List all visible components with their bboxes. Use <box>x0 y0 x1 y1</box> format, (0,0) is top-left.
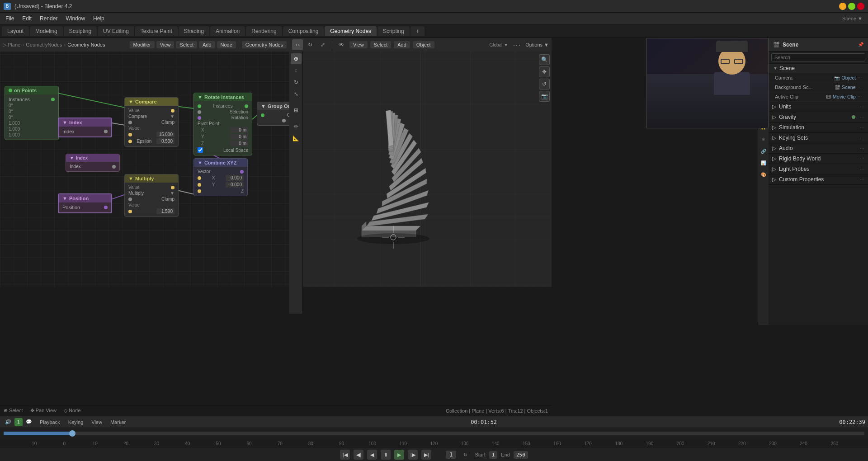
prop-camera[interactable]: Camera 📷 Object ⋯ <box>769 73 868 83</box>
reverse-play-btn[interactable]: ◀ <box>367 450 377 460</box>
scene-selector[interactable]: Scene ▼ <box>842 16 863 21</box>
tl-sync-btn[interactable]: 1 <box>14 418 23 426</box>
tl-view[interactable]: View <box>89 419 105 425</box>
toolbar-modifier[interactable]: Modifier <box>130 41 155 48</box>
pi-constraints[interactable]: 🔗 <box>758 146 769 156</box>
index-index-node[interactable]: ▼ Index Index <box>66 154 120 172</box>
toolbar-add[interactable]: Add <box>199 41 215 48</box>
play-btn[interactable]: ▶ <box>394 450 404 460</box>
vp-icon-rotate[interactable]: ↻ <box>305 39 316 50</box>
section-simulation[interactable]: ▷ Simulation ⋯ <box>769 122 868 133</box>
menu-render[interactable]: Render <box>36 14 61 23</box>
tab-compositing[interactable]: Compositing <box>283 26 324 36</box>
vp-camera[interactable]: 📷 <box>539 91 550 102</box>
camera-dots[interactable]: ⋯ <box>858 75 862 80</box>
breadcrumb-geo[interactable]: GeometryNodes <box>26 42 62 47</box>
light-probes-dots[interactable]: ⋯ <box>860 167 864 172</box>
section-light-probes[interactable]: ▷ Light Probes ⋯ <box>769 164 868 174</box>
ltb-annotate[interactable]: ✏ <box>291 121 302 132</box>
scrubber-section[interactable] <box>0 428 868 439</box>
ltb-cursor[interactable]: ⊕ <box>291 53 302 64</box>
clip-dots[interactable]: ⋯ <box>858 94 862 99</box>
rigid-dots[interactable]: ⋯ <box>860 156 864 161</box>
start-frame[interactable]: 1 <box>489 451 498 459</box>
value-num[interactable]: 15.000 <box>156 132 175 137</box>
vp-view-btn[interactable]: View <box>349 41 368 48</box>
pivot-x-val[interactable]: 0 m <box>230 127 248 133</box>
vp-object-btn[interactable]: Object <box>413 41 434 48</box>
frame-counter[interactable]: 1 <box>446 451 456 459</box>
section-gravity[interactable]: ▷ Gravity ⋯ <box>769 112 868 122</box>
vp-zoom-in[interactable]: 🔍 <box>539 54 550 65</box>
end-frame[interactable]: 250 <box>514 451 528 459</box>
vp-pan[interactable]: ✥ <box>539 66 550 77</box>
tl-marker[interactable]: Marker <box>108 419 128 425</box>
menu-help[interactable]: Help <box>90 14 108 23</box>
vp-select-btn[interactable]: Select <box>370 41 392 48</box>
menu-edit[interactable]: Edit <box>19 14 35 23</box>
minimize-button[interactable] <box>839 3 846 10</box>
toolbar-select[interactable]: Select <box>176 41 197 48</box>
section-audio[interactable]: ▷ Audio ⋯ <box>769 143 868 154</box>
combine-x-val[interactable]: 0.000 <box>226 175 244 181</box>
tab-layout[interactable]: Layout <box>2 26 29 36</box>
breadcrumb-geonodes[interactable]: Geometry Nodes <box>67 42 105 47</box>
vp-options[interactable]: ⋯ <box>513 40 521 50</box>
tab-geometry-nodes[interactable]: Geometry Nodes <box>325 26 377 36</box>
combine-y-val[interactable]: 0.000 <box>226 182 244 188</box>
tl-chat-btn[interactable]: 💬 <box>24 417 34 428</box>
epsilon-val[interactable]: 0.500 <box>156 138 175 144</box>
sim-dots[interactable]: ⋯ <box>860 125 864 130</box>
pi-material[interactable]: 🎨 <box>758 169 769 180</box>
multiply-node[interactable]: ▼ Multiply Value Multiply ▼ Clamp Value … <box>124 174 179 217</box>
mult-val[interactable]: 1.590 <box>156 208 175 214</box>
prev-keyframe-btn[interactable]: ◀| <box>354 450 363 460</box>
vp-add-btn[interactable]: Add <box>394 41 410 48</box>
units-dots[interactable]: ⋯ <box>860 104 864 109</box>
tl-playback[interactable]: Playback <box>37 419 63 425</box>
tab-texture-paint[interactable]: Texture Paint <box>135 26 178 36</box>
next-keyframe-btn[interactable]: |▶ <box>408 450 418 460</box>
tab-shading[interactable]: Shading <box>179 26 209 36</box>
toolbar-geo-nodes[interactable]: Geometry Nodes <box>242 41 287 48</box>
group-output-node[interactable]: ▼ Group Output Geometry <box>257 102 289 126</box>
ltb-transform[interactable]: ⊞ <box>291 105 302 116</box>
tab-uv-editing[interactable]: UV Editing <box>98 26 134 36</box>
pi-data[interactable]: 📊 <box>758 157 769 168</box>
toolbar-view[interactable]: View <box>156 41 175 48</box>
ltb-rotate[interactable]: ↻ <box>291 77 302 88</box>
vp-options-label[interactable]: Options ▼ <box>525 42 549 47</box>
menu-file[interactable]: File <box>2 14 18 23</box>
scene-pin[interactable]: 📌 <box>858 42 863 47</box>
tab-animation[interactable]: Animation <box>210 26 245 36</box>
rotate-instances-node[interactable]: ▼ Rotate Instances Instances Selection R… <box>193 93 252 155</box>
node-editor-area[interactable]: on Points Instances 0° 0° 0° 1.000 1.000… <box>0 14 289 287</box>
custom-props-dots[interactable]: ⋯ <box>860 177 864 182</box>
3d-viewport[interactable]: User Perspective (1) Collection | Plane … <box>289 14 552 287</box>
vp-icon-scale[interactable]: ⤢ <box>317 39 328 50</box>
index-node[interactable]: ▼ Index Index <box>58 118 112 137</box>
section-custom-props[interactable]: ▷ Custom Properties ⋯ <box>769 174 868 185</box>
breadcrumb-plane[interactable]: ▷ Plane <box>3 42 20 48</box>
close-button[interactable] <box>857 3 864 10</box>
ltb-scale[interactable]: ⤡ <box>291 89 302 99</box>
section-keying[interactable]: ▷ Keying Sets ⋯ <box>769 133 868 143</box>
tab-add[interactable]: + <box>410 26 425 36</box>
audio-dots[interactable]: ⋯ <box>860 146 864 151</box>
scrubber-handle[interactable] <box>69 430 75 437</box>
section-rigid-body[interactable]: ▷ Rigid Body World ⋯ <box>769 154 868 164</box>
section-units[interactable]: ▷ Units ⋯ <box>769 102 868 112</box>
properties-search-input[interactable] <box>771 53 865 61</box>
loop-icon[interactable]: ↻ <box>463 452 467 458</box>
go-to-end-btn[interactable]: ▶| <box>421 450 431 460</box>
toolbar-node[interactable]: Node <box>217 41 236 48</box>
gravity-dots[interactable]: ⋯ <box>860 115 864 120</box>
menu-window[interactable]: Window <box>62 14 89 23</box>
vp-orbit[interactable]: ↺ <box>539 79 550 89</box>
ltb-move[interactable]: ↕ <box>291 65 302 76</box>
tl-audio-btn[interactable]: 🔊 <box>3 417 14 428</box>
position-node[interactable]: ▼ Position Position <box>58 193 112 213</box>
tl-keying[interactable]: Keying <box>66 419 86 425</box>
tab-modeling[interactable]: Modeling <box>30 26 63 36</box>
compare-node[interactable]: ▼ Compare Value Compare ▼ Clamp Value 15… <box>124 97 179 147</box>
